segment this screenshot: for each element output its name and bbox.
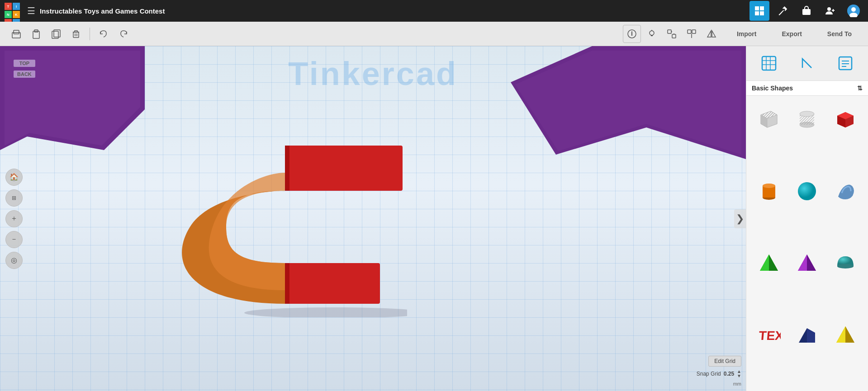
edit-grid-button[interactable]: Edit Grid	[708, 356, 741, 367]
magnet-container	[154, 137, 407, 319]
svg-rect-39	[285, 263, 289, 304]
svg-point-21	[650, 31, 654, 35]
shape-half-sphere-teal[interactable]	[828, 245, 863, 282]
toolbar-right: Import Export Send To	[623, 25, 861, 43]
annotation-view-button[interactable]	[623, 25, 641, 43]
svg-point-66	[763, 184, 775, 188]
viewport[interactable]: Tinkercad TOP BACK	[0, 46, 746, 391]
snap-arrows[interactable]: ▲ ▼	[737, 369, 741, 378]
new-workplane-button[interactable]	[7, 25, 25, 43]
shape-box-gray-stripes[interactable]	[752, 101, 786, 137]
topbar: T I N K E R C A D ☰ Instructables Toys a…	[0, 0, 868, 22]
mirror-button[interactable]	[702, 25, 721, 43]
shape-pyramid-purple[interactable]	[790, 245, 824, 282]
tinkercad-logo: T I N K E R C A D	[5, 3, 21, 19]
shape-cylinder-gray-stripes[interactable]	[790, 101, 824, 137]
purple-shape-right	[511, 46, 746, 159]
sidebar-top-icons	[746, 46, 868, 81]
viewport-expand-chevron[interactable]: ❯	[734, 209, 746, 228]
svg-marker-80	[845, 326, 854, 343]
svg-text:TEXT: TEXT	[758, 329, 781, 343]
shape-box-red[interactable]	[828, 101, 863, 137]
toolbar: Import Export Send To	[0, 22, 868, 46]
svg-rect-41	[762, 57, 776, 70]
align-button[interactable]	[683, 25, 701, 43]
light-bulb-button[interactable]	[643, 25, 661, 43]
svg-rect-27	[688, 30, 691, 33]
snap-button[interactable]	[663, 25, 681, 43]
magnet-svg	[154, 137, 407, 317]
fit-view-button[interactable]: ⊞	[5, 189, 23, 207]
watermark: Tinkercad	[288, 55, 458, 92]
scene: Tinkercad TOP BACK	[0, 46, 746, 391]
svg-rect-38	[285, 146, 289, 191]
copy-button[interactable]	[47, 25, 65, 43]
delete-button[interactable]	[67, 25, 85, 43]
undo-button[interactable]	[95, 25, 113, 43]
svg-point-40	[244, 307, 407, 317]
shape-text-red[interactable]: TEXT	[752, 317, 786, 353]
shapes-panel-button[interactable]	[755, 50, 783, 77]
svg-rect-0	[755, 6, 759, 10]
shape-sphere-teal[interactable]	[790, 173, 824, 209]
send-to-button[interactable]: Send To	[818, 28, 861, 40]
redo-button[interactable]	[114, 25, 133, 43]
tools-button[interactable]	[773, 1, 793, 21]
svg-marker-73	[798, 254, 807, 271]
purple-labels: TOP BACK	[14, 60, 35, 78]
svg-rect-1	[760, 6, 764, 10]
home-view-button[interactable]: 🏠	[5, 169, 23, 186]
top-label: TOP	[14, 60, 35, 67]
notes-panel-button[interactable]	[832, 50, 859, 77]
svg-marker-31	[712, 31, 716, 37]
import-button[interactable]: Import	[728, 28, 766, 40]
suitcase-button[interactable]	[797, 1, 816, 21]
svg-point-5	[827, 7, 831, 11]
snap-grid-label: Snap Grid	[697, 371, 721, 377]
main: Tinkercad TOP BACK	[0, 46, 868, 391]
svg-rect-2	[755, 11, 759, 15]
zoom-in-button[interactable]: ＋	[5, 210, 23, 227]
shape-blue-metal[interactable]	[828, 173, 863, 209]
snap-grid-row: Snap Grid 0.25 ▲ ▼	[697, 369, 741, 378]
bottom-right: Edit Grid Snap Grid 0.25 ▲ ▼ mm	[697, 356, 741, 386]
paste-button[interactable]	[27, 25, 45, 43]
snap-down-arrow[interactable]: ▼	[737, 374, 741, 378]
svg-rect-4	[802, 9, 811, 15]
svg-point-59	[800, 111, 814, 117]
shape-pyramid-yellow[interactable]	[828, 317, 863, 353]
svg-rect-37	[285, 263, 380, 304]
svg-point-7	[851, 7, 856, 12]
measure-panel-button[interactable]	[793, 50, 821, 77]
top-right-icons	[749, 1, 863, 21]
svg-marker-70	[760, 254, 769, 271]
svg-marker-69	[769, 254, 778, 271]
svg-rect-15	[73, 32, 79, 38]
grid-view-button[interactable]	[749, 1, 769, 21]
logo-k: K	[13, 11, 20, 18]
perspective-button[interactable]: ◎	[5, 252, 23, 269]
svg-rect-10	[14, 30, 19, 34]
svg-marker-77	[807, 328, 815, 343]
export-button[interactable]: Export	[773, 28, 811, 40]
svg-point-67	[798, 182, 816, 200]
profile-button[interactable]	[844, 1, 863, 21]
logo-i: I	[13, 3, 20, 10]
shape-cylinder-orange[interactable]	[752, 173, 786, 209]
shape-prism-navy[interactable]	[790, 317, 824, 353]
project-title: Instructables Toys and Games Contest	[40, 7, 745, 15]
separator-1	[90, 28, 90, 40]
shapes-dropdown-label: Basic Shapes	[752, 85, 793, 92]
add-user-button[interactable]	[820, 1, 840, 21]
purple-shape-right-svg	[511, 46, 746, 159]
back-label: BACK	[14, 71, 35, 78]
shapes-dropdown[interactable]: Basic Shapes ⇅	[746, 81, 868, 96]
zoom-out-button[interactable]: －	[5, 231, 23, 248]
shape-pyramid-green[interactable]	[752, 245, 786, 282]
svg-rect-3	[760, 11, 764, 15]
svg-marker-81	[836, 326, 845, 343]
svg-marker-30	[707, 31, 711, 37]
svg-rect-28	[692, 30, 696, 33]
svg-rect-23	[668, 30, 671, 33]
svg-rect-36	[285, 146, 403, 191]
